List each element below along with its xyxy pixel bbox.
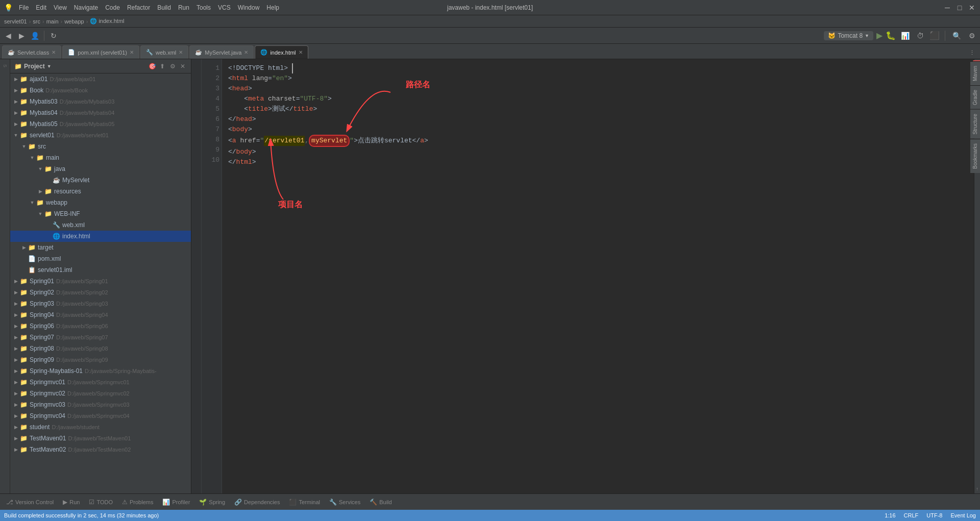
tree-item[interactable]: ▶📁Mybatis05D:/javaweb/Mybatis05 [10, 118, 191, 130]
coverage-button[interactable]: 📊 [899, 30, 911, 42]
tree-item[interactable]: ▶📁BookD:/javaweb/Book [10, 85, 191, 96]
tree-item[interactable]: ▶📁Mybatis04D:/javaweb/Mybatis04 [10, 107, 191, 118]
breadcrumb-part-3[interactable]: webapp [64, 18, 84, 24]
tree-item[interactable]: ▶📁Springmvc01D:/javaweb/Springmvc01 [10, 377, 191, 388]
profile-button[interactable]: ⏱ [914, 30, 926, 42]
panel-collapse-all[interactable]: ⬆ [158, 62, 166, 70]
menu-help[interactable]: Help [266, 4, 279, 11]
right-label-maven[interactable]: Maven [970, 61, 980, 85]
menu-build[interactable]: Build [157, 4, 171, 11]
project-panel-title[interactable]: 📁 Project ▼ [14, 63, 52, 70]
tab-index-html[interactable]: 🌐 index.html ✕ [255, 45, 308, 59]
tree-item[interactable]: 🔧web.xml [10, 219, 191, 231]
tree-item[interactable]: ▶📁Spring03D:/javaweb/Spring03 [10, 298, 191, 309]
toolbar-sync-button[interactable]: ↻ [47, 30, 60, 42]
tab-close-pom-xml[interactable]: ✕ [130, 49, 134, 55]
close-button[interactable]: ✕ [968, 4, 976, 12]
bottom-tab-profiler[interactable]: 📊 Profiler [158, 496, 194, 508]
toolbar-back-button[interactable]: ◀ [2, 30, 14, 42]
menu-file[interactable]: File [19, 4, 29, 11]
menu-code[interactable]: Code [105, 4, 120, 11]
line-ending[interactable]: CRLF [904, 512, 919, 518]
tree-item[interactable]: ▶📁Spring02D:/javaweb/Spring02 [10, 287, 191, 298]
search-everywhere-button[interactable]: 🔍 [950, 30, 963, 42]
stop-button[interactable]: ⬛ [929, 31, 940, 40]
tab-overflow-button[interactable]: ⋮ [966, 46, 978, 59]
settings-button[interactable]: ⚙ [966, 30, 978, 42]
tree-item[interactable]: ▼📁java [10, 163, 191, 175]
cursor-position[interactable]: 1:16 [885, 512, 895, 518]
bottom-tab-build[interactable]: 🔨 Build [365, 496, 396, 508]
tree-item[interactable]: ▼📁WEB-INF [10, 208, 191, 219]
debug-button[interactable]: 🐛 [886, 31, 896, 40]
tree-item[interactable]: ▶📁Springmvc03D:/javaweb/Springmvc03 [10, 399, 191, 410]
right-label-bookmarks[interactable]: Bookmarks [970, 139, 980, 173]
tree-item[interactable]: 📋servlet01.iml [10, 264, 191, 276]
breadcrumb-part-1[interactable]: src [33, 18, 40, 24]
file-charset[interactable]: UTF-8 [926, 512, 942, 518]
code-editor[interactable]: <!DOCTYPE html> <html lang="en"> <head> … [222, 59, 974, 493]
menu-tools[interactable]: Tools [197, 4, 211, 11]
bottom-tab-run[interactable]: ▶ Run [59, 496, 84, 508]
tab-close-myservlet-java[interactable]: ✕ [244, 49, 248, 55]
tab-close-servlet-class[interactable]: ✕ [52, 49, 56, 55]
project-tree[interactable]: ▶📁ajax01D:/javaweb/ajax01▶📁BookD:/javawe… [10, 73, 191, 493]
minimize-button[interactable]: ─ [943, 4, 951, 12]
menu-navigate[interactable]: Navigate [74, 4, 98, 11]
panel-locate-file[interactable]: 🎯 [148, 62, 156, 70]
tree-item[interactable]: ▶📁Spring09D:/javaweb/Spring09 [10, 354, 191, 365]
right-label-gradle[interactable]: Gradle [970, 85, 980, 109]
tree-item[interactable]: ▶📁resources [10, 186, 191, 197]
tree-item[interactable]: ▶📁Spring08D:/javaweb/Spring08 [10, 343, 191, 354]
toolbar-user-button[interactable]: 👤 [29, 30, 41, 42]
menu-vcs[interactable]: VCS [218, 4, 231, 11]
run-config-dropdown-icon[interactable]: ▼ [865, 33, 869, 38]
bottom-tab-terminal[interactable]: ⬛ Terminal [285, 496, 324, 508]
tree-item[interactable]: ▶📁Mybatis03D:/javaweb/Mybatis03 [10, 96, 191, 107]
tree-item[interactable]: ▶📁TestMaven02D:/javaweb/TestMaven02 [10, 444, 191, 455]
tree-item[interactable]: ▶📁Spring07D:/javaweb/Spring07 [10, 332, 191, 343]
tree-item[interactable]: ☕MyServlet [10, 175, 191, 186]
tree-item[interactable]: ▶📁TestMaven01D:/javaweb/TestMaven01 [10, 433, 191, 444]
bottom-tab-version-control[interactable]: ⎇ Version Control [2, 496, 58, 508]
bottom-tab-services[interactable]: 🔧 Services [325, 496, 364, 508]
tree-item[interactable]: 🌐index.html [10, 231, 191, 242]
tree-item[interactable]: ▶📁Springmvc04D:/javaweb/Springmvc04 [10, 410, 191, 421]
tab-servlet-class[interactable]: ☕ Servlet.class ✕ [2, 45, 61, 59]
bottom-tab-todo[interactable]: ☑ TODO [85, 496, 117, 508]
run-button[interactable]: ▶ [876, 31, 883, 40]
panel-sort[interactable]: ⚙ [168, 62, 177, 70]
tab-close-index-html[interactable]: ✕ [299, 49, 303, 55]
tree-item[interactable]: ▶📁ajax01D:/javaweb/ajax01 [10, 73, 191, 85]
tab-close-web-xml[interactable]: ✕ [179, 49, 183, 55]
bottom-tab-problems[interactable]: ⚠ Problems [118, 496, 157, 508]
tree-item[interactable]: ▼📁main [10, 152, 191, 163]
tab-web-xml[interactable]: 🔧 web.xml ✕ [140, 45, 188, 59]
tree-item[interactable]: 📄pom.xml [10, 253, 191, 264]
event-log-button[interactable]: Event Log [950, 512, 976, 518]
tree-item[interactable]: ▶📁studentD:/javaweb/student [10, 421, 191, 433]
menu-window[interactable]: Window [238, 4, 260, 11]
tab-myservlet-java[interactable]: ☕ MyServlet.java ✕ [189, 45, 254, 59]
project-dropdown-icon[interactable]: ▼ [47, 64, 52, 69]
tree-item[interactable]: ▼📁webapp [10, 197, 191, 208]
run-configuration[interactable]: 🐱 Tomcat 8 ▼ [824, 31, 873, 40]
tree-item[interactable]: ▶📁Springmvc02D:/javaweb/Springmvc02 [10, 388, 191, 399]
maximize-button[interactable]: □ [955, 4, 964, 12]
menu-view[interactable]: View [54, 4, 67, 11]
tree-item[interactable]: ▼📁src [10, 141, 191, 152]
menu-run[interactable]: Run [178, 4, 189, 11]
bottom-tab-dependencies[interactable]: 🔗 Dependencies [230, 496, 284, 508]
toolbar-forward-button[interactable]: ▶ [15, 30, 28, 42]
breadcrumb-part-2[interactable]: main [46, 18, 59, 24]
breadcrumb-current-file[interactable]: 🌐index.html [90, 18, 124, 24]
breadcrumb-part-0[interactable]: servlet01 [4, 18, 27, 24]
tree-item[interactable]: ▶📁Spring04D:/javaweb/Spring04 [10, 309, 191, 320]
panel-close[interactable]: ✕ [179, 62, 187, 70]
tree-item[interactable]: ▶📁target [10, 242, 191, 253]
menu-refactor[interactable]: Refactor [127, 4, 150, 11]
bottom-tab-spring[interactable]: 🌱 Spring [195, 496, 229, 508]
tab-pom-xml[interactable]: 📄 pom.xml (servlet01) ✕ [62, 45, 139, 59]
menu-edit[interactable]: Edit [36, 4, 46, 11]
tree-item[interactable]: ▼📁servlet01D:/javaweb/servlet01 [10, 130, 191, 141]
